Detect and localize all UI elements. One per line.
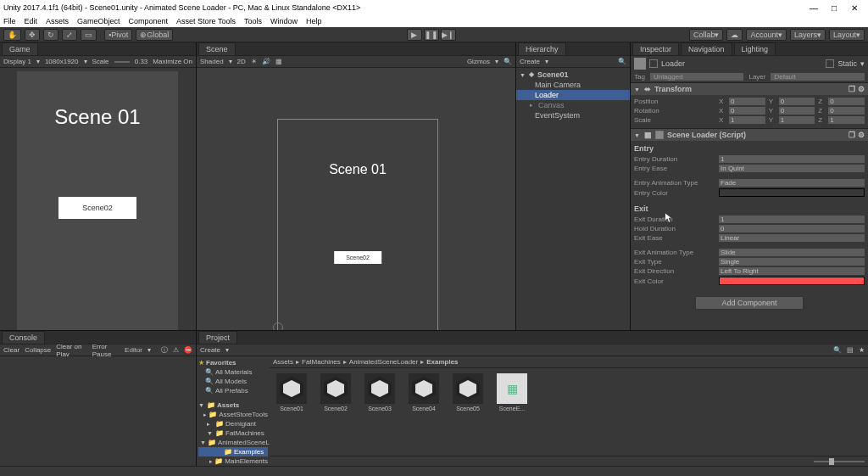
minimize-button[interactable]: —	[804, 3, 824, 13]
move-tool[interactable]: ✥	[25, 29, 40, 41]
console-error-icon[interactable]: ⛔	[184, 346, 192, 354]
hierarchy-item-eventsystem[interactable]: EventSystem	[516, 110, 630, 120]
scene-button-element[interactable]: Scene02	[334, 251, 381, 264]
scene-search-icon[interactable]: 🔍	[504, 58, 512, 65]
tab-hierarchy[interactable]: Hierarchy	[518, 42, 566, 55]
console-panel[interactable]	[0, 356, 196, 466]
scl-y-field[interactable]: 1	[779, 116, 815, 124]
asset-scene01[interactable]: Scene01	[275, 373, 309, 451]
console-errorpause-button[interactable]: Error Pause	[92, 343, 120, 358]
tab-lighting[interactable]: Lighting	[734, 42, 776, 55]
menu-tools[interactable]: Tools	[244, 17, 262, 25]
hand-tool[interactable]: ✋	[3, 29, 21, 41]
console-clearplay-button[interactable]: Clear on Play	[56, 343, 86, 358]
exit-ease-dropdown[interactable]: Linear	[719, 234, 865, 242]
menu-component[interactable]: Component	[129, 17, 169, 25]
2d-toggle[interactable]: 2D	[237, 58, 246, 65]
project-breadcrumb[interactable]: Assets▸ FatMachines▸ AnimatedSceneLoader…	[270, 356, 868, 368]
gameobject-name-field[interactable]: Loader	[661, 59, 685, 68]
thumbnail-size-slider[interactable]	[814, 461, 865, 462]
maximize-toggle[interactable]: Maximize On	[153, 58, 192, 65]
game-scene-button[interactable]: Scene02	[58, 197, 136, 219]
folder-fatmachines[interactable]: ▼📁 FatMachines	[198, 428, 268, 438]
layer-dropdown[interactable]: Default	[771, 73, 865, 81]
layers-dropdown[interactable]: Layers ▾	[790, 29, 826, 41]
pivot-toggle[interactable]: ▪ Pivot	[104, 29, 132, 41]
project-folder-tree[interactable]: ★Favorites 🔍All Materials 🔍All Models 🔍A…	[197, 356, 270, 466]
gear-icon[interactable]: ❐ ⚙	[849, 131, 865, 139]
asset-scene02[interactable]: Scene02	[319, 373, 353, 451]
gameobject-icon[interactable]	[634, 58, 646, 70]
hierarchy-item-loader[interactable]: Loader	[516, 90, 630, 100]
audio-icon[interactable]: 🔊	[262, 58, 270, 65]
rect-tool[interactable]: ▭	[81, 29, 97, 41]
console-info-icon[interactable]: ⓘ	[161, 345, 168, 355]
tab-scene[interactable]: Scene	[198, 42, 236, 55]
assets-root[interactable]: ▼📁 Assets	[198, 400, 268, 410]
account-dropdown[interactable]: Account ▾	[746, 29, 787, 41]
entry-duration-field[interactable]: 1	[719, 155, 865, 163]
play-button[interactable]: ▶	[407, 29, 422, 41]
asset-scene05[interactable]: Scene05	[451, 373, 485, 451]
game-view[interactable]: Scene 01 Scene02	[0, 68, 196, 330]
menu-edit[interactable]: Edit	[25, 17, 38, 25]
favorite-prefabs[interactable]: 🔍All Prefabs	[198, 386, 268, 395]
tab-game[interactable]: Game	[2, 42, 38, 55]
asset-scene04[interactable]: Scene04	[407, 373, 441, 451]
resolution-dropdown[interactable]: 1080x1920	[45, 58, 79, 65]
rotate-tool[interactable]: ↻	[43, 29, 58, 41]
cloud-icon[interactable]: ☁	[726, 29, 743, 41]
entry-anim-dropdown[interactable]: Fade	[719, 179, 865, 187]
hierarchy-search-icon[interactable]: 🔍	[618, 58, 626, 65]
favorite-materials[interactable]: 🔍All Materials	[198, 367, 268, 377]
pos-z-field[interactable]: 0	[828, 98, 865, 105]
entry-color-field[interactable]: ✎	[719, 188, 865, 197]
menu-file[interactable]: File	[3, 17, 16, 25]
project-create-dropdown[interactable]: Create	[200, 346, 220, 354]
tab-project[interactable]: Project	[198, 331, 237, 344]
scene-view[interactable]: Scene 01 Scene02	[197, 68, 515, 330]
project-filter-icon[interactable]: ▤	[847, 346, 854, 354]
step-button[interactable]: ▶❙	[441, 29, 456, 41]
global-toggle[interactable]: ⊕ Global	[136, 29, 173, 41]
collab-dropdown[interactable]: Collab ▾	[689, 29, 724, 41]
folder-mainelements[interactable]: ▸📁 MainElements	[198, 456, 268, 466]
add-component-button[interactable]: Add Component	[695, 296, 803, 310]
maximize-button[interactable]: □	[824, 3, 844, 13]
console-collapse-button[interactable]: Collapse	[25, 346, 51, 354]
exit-duration-field[interactable]: 1	[719, 216, 865, 223]
asset-sceneexit[interactable]: ▦SceneE...	[495, 373, 529, 451]
exit-type-dropdown[interactable]: Single	[719, 258, 865, 266]
static-checkbox[interactable]	[826, 59, 834, 68]
scale-tool[interactable]: ⤢	[62, 29, 77, 41]
pause-button[interactable]: ❚❚	[424, 29, 439, 41]
gear-icon[interactable]: ❐ ⚙	[849, 85, 865, 93]
tab-navigation[interactable]: Navigation	[681, 42, 732, 55]
crumb-animatedsceneloader[interactable]: AnimatedSceneLoader	[349, 358, 418, 366]
sceneloader-enabled-checkbox[interactable]	[655, 131, 664, 139]
hierarchy-scene-root[interactable]: ▼⯁ Scene01	[516, 70, 630, 80]
crumb-assets[interactable]: Assets	[273, 358, 293, 366]
menu-gameobject[interactable]: GameObject	[77, 17, 120, 25]
transform-header[interactable]: ▼⬌ Transform ❐ ⚙	[631, 83, 868, 95]
close-button[interactable]: ✕	[844, 3, 865, 13]
tag-dropdown[interactable]: Untagged	[650, 73, 744, 81]
sceneloader-header[interactable]: ▼▦ Scene Loader (Script) ❐ ⚙	[631, 129, 868, 141]
rot-z-field[interactable]: 0	[828, 107, 865, 115]
scene-gizmo-handle[interactable]	[273, 322, 283, 330]
shading-dropdown[interactable]: Shaded	[200, 58, 224, 65]
rot-x-field[interactable]: 0	[729, 107, 765, 115]
scene-canvas-outline[interactable]: Scene 01 Scene02	[277, 119, 438, 330]
folder-examples[interactable]: 📁 Examples	[198, 447, 268, 456]
project-assets-grid[interactable]: Scene01 Scene02 Scene03 Scene04 Scene05 …	[270, 368, 868, 456]
console-warn-icon[interactable]: ⚠	[173, 346, 179, 354]
pos-x-field[interactable]: 0	[729, 98, 765, 105]
tab-inspector[interactable]: Inspector	[632, 42, 679, 55]
console-editor-button[interactable]: Editor	[125, 346, 142, 354]
hold-duration-field[interactable]: 0	[719, 225, 865, 232]
create-dropdown[interactable]: Create	[520, 58, 540, 65]
pos-y-field[interactable]: 0	[779, 98, 815, 105]
tab-console[interactable]: Console	[2, 331, 45, 344]
menu-assetstore[interactable]: Asset Store Tools	[176, 17, 236, 25]
console-clear-button[interactable]: Clear	[3, 346, 19, 354]
